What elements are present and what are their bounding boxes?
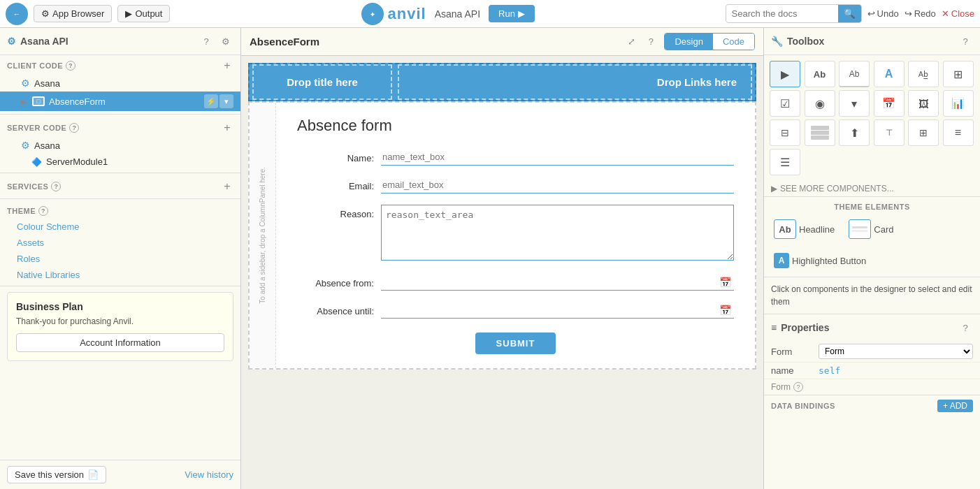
form-body-area: To add a sidebar, drop a ColumnPanel her… [248, 101, 756, 370]
search-button[interactable]: 🔍 [838, 5, 861, 22]
datepicker-tool[interactable]: 📅 [874, 90, 905, 117]
expand-arrow: ▶ [21, 98, 27, 105]
absence-until-wrap: 📅 [381, 302, 734, 319]
absenceform-menu-button[interactable]: ▾ [219, 94, 233, 108]
app-browser-button[interactable]: ⚙ App Browser [34, 5, 112, 22]
reason-textarea[interactable] [381, 205, 734, 261]
panel-help-button[interactable]: ? [199, 34, 214, 49]
output-icon: ▶ [125, 8, 132, 19]
sidebar-drop-text: To add a sidebar, drop a ColumnPanel her… [258, 167, 267, 304]
dropdown-tool[interactable]: ▾ [839, 90, 870, 117]
see-more-label: SEE MORE COMPONENTS... [780, 184, 894, 194]
divider2 [0, 173, 240, 173]
services-help[interactable]: ? [51, 182, 61, 191]
headline-element[interactable]: Ab Headline [771, 217, 837, 242]
theme-help[interactable]: ? [38, 206, 48, 216]
form-type-select[interactable]: Form [819, 344, 973, 359]
anvil-back-logo[interactable]: ← [6, 3, 28, 25]
absence-until-field-row: Absence until: 📅 [297, 302, 734, 319]
toolbox-help-button[interactable]: ? [958, 34, 973, 49]
client-code-help[interactable]: ? [66, 61, 75, 71]
calendar-icon-until[interactable]: 📅 [716, 303, 734, 317]
absenceform-flash-button[interactable]: ⚡ [204, 94, 218, 108]
columns-tool[interactable]: ⊞ [908, 119, 939, 146]
center-help-button[interactable]: ? [643, 34, 658, 50]
properties-section: ≡ Properties ? Form Form name self Form … [764, 314, 980, 489]
topbar: ← ⚙ App Browser ▶ Output ✦ anvil Asana A… [0, 0, 980, 28]
server-item-asana[interactable]: ⚙ Asana [0, 137, 240, 154]
panel-settings-button[interactable]: ⚙ [218, 34, 233, 49]
checkbox-tool[interactable]: ☑ [770, 90, 800, 117]
plan-title: Business Plan [16, 301, 224, 312]
main-layout: ⚙ Asana API ? ⚙ CLIENT CODE ? + ⚙ Asana … [0, 28, 980, 489]
name-input[interactable] [381, 149, 734, 166]
undo-button[interactable]: ↩ Undo [867, 8, 899, 19]
undo-icon: ↩ [867, 8, 875, 19]
design-tab[interactable]: Design [665, 34, 712, 50]
list-tool[interactable]: ≡ [943, 119, 974, 146]
account-info-button[interactable]: Account Information [16, 333, 224, 352]
client-code-add-button[interactable]: + [221, 59, 233, 72]
subtitle-help[interactable]: ? [793, 382, 803, 392]
server-code-add-button[interactable]: + [221, 122, 233, 134]
close-icon: ✕ [942, 8, 949, 19]
label2-tool[interactable]: ⊤ [874, 119, 905, 146]
save-version-button[interactable]: Save this version 📄 [7, 466, 106, 483]
calendar-icon-from[interactable]: 📅 [716, 275, 734, 289]
label-tool[interactable]: Ab [805, 61, 835, 87]
output-button[interactable]: ▶ Output [117, 5, 170, 22]
card-icon [849, 219, 871, 239]
close-button[interactable]: ✕ Close [942, 8, 974, 19]
absence-until-input[interactable] [381, 302, 716, 318]
drop-links-zone[interactable]: Drop Links here [398, 64, 752, 100]
servermodule-label: ServerModule1 [46, 156, 108, 167]
absence-until-label: Absence until: [297, 302, 374, 316]
upload-tool[interactable]: ⬆ [839, 119, 870, 146]
view-history-link[interactable]: View history [185, 469, 233, 480]
properties-help-button[interactable]: ? [958, 320, 973, 335]
data-bindings-add-button[interactable]: + ADD [937, 400, 973, 412]
drop-title-zone[interactable]: Drop title here [252, 64, 392, 100]
toolbox-wrench-icon: 🔧 [771, 36, 783, 47]
form-grid-tool[interactable] [805, 119, 835, 146]
menu-tool[interactable]: ☰ [770, 149, 800, 175]
theme-roles[interactable]: Roles [0, 251, 240, 267]
client-item-asana[interactable]: ⚙ Asana [0, 75, 240, 92]
code-tab[interactable]: Code [713, 34, 754, 50]
heading-tool[interactable]: A [874, 61, 905, 87]
absence-from-input[interactable] [381, 274, 716, 290]
text-box-tool[interactable]: Ab [839, 61, 870, 87]
theme-colour-scheme[interactable]: Colour Scheme [0, 219, 240, 235]
richtext-tool[interactable]: Ab̲ [908, 61, 939, 87]
email-input[interactable] [381, 177, 734, 194]
form-canvas: Drop title here Drop Links here To add a… [241, 56, 763, 489]
highlighted-button-label: Highlighted Button [792, 256, 866, 266]
search-input[interactable] [726, 6, 838, 22]
chart-tool[interactable]: 📊 [943, 90, 974, 117]
sidebar-drop-zone[interactable]: To add a sidebar, drop a ColumnPanel her… [250, 103, 276, 368]
properties-icon: ≡ [771, 322, 777, 333]
expand-icon[interactable]: ⤢ [624, 34, 639, 50]
card-element[interactable]: Card [846, 217, 896, 242]
server-code-help[interactable]: ? [69, 123, 79, 133]
image-tool[interactable]: 🖼 [908, 90, 939, 117]
theme-native-libraries[interactable]: Native Libraries [0, 267, 240, 283]
name-field-row: Name: [297, 149, 734, 166]
pointer-tool[interactable]: ▶ [770, 61, 800, 87]
see-more-components[interactable]: ▶ SEE MORE COMPONENTS... [764, 181, 980, 196]
client-item-absenceform[interactable]: ▶ □ AbsenceForm ⚡ ▾ [0, 92, 240, 111]
spacer-tool[interactable]: ⊟ [770, 119, 800, 146]
search-box: 🔍 [726, 4, 862, 23]
client-code-section: CLIENT CODE ? + [0, 55, 240, 75]
services-add-button[interactable]: + [221, 180, 233, 193]
radio-tool[interactable]: ◉ [805, 90, 835, 117]
datagrid-tool[interactable]: ⊞ [943, 61, 974, 87]
form-subtitle-row: Form ? [764, 379, 980, 395]
highlighted-button-element[interactable]: A Highlighted Button [771, 250, 869, 271]
theme-assets[interactable]: Assets [0, 235, 240, 251]
highlighted-button-icon: A [774, 253, 789, 268]
redo-button[interactable]: ↪ Redo [905, 8, 936, 19]
run-button[interactable]: Run ▶ [489, 5, 534, 22]
submit-button[interactable]: SUBMIT [475, 333, 556, 354]
server-item-servermodule[interactable]: 🔷 ServerModule1 [0, 154, 240, 170]
